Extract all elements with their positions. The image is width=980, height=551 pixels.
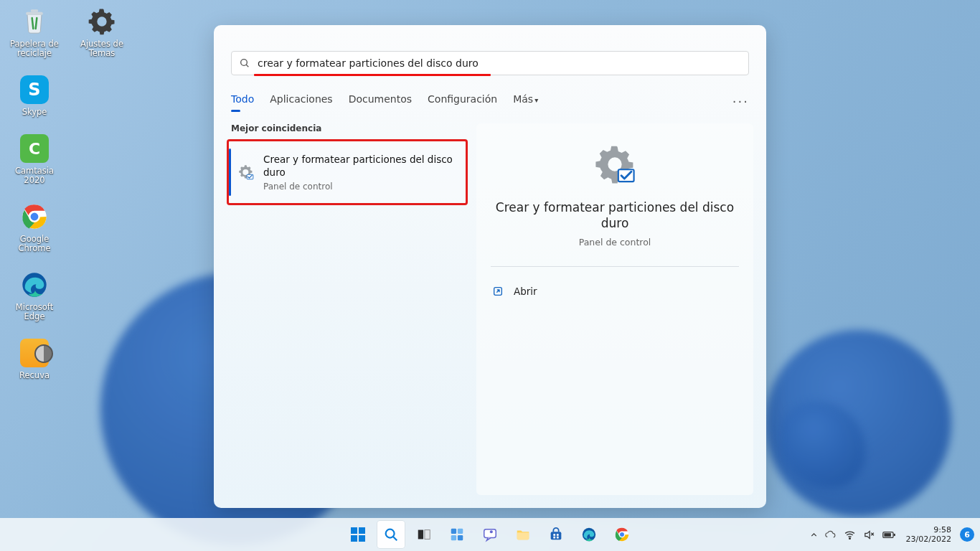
svg-rect-0 bbox=[26, 12, 42, 15]
svg-line-16 bbox=[393, 537, 397, 540]
tab-all[interactable]: Todo bbox=[231, 93, 254, 109]
svg-rect-22 bbox=[458, 535, 463, 540]
desktop-icon-chrome[interactable]: Google Chrome bbox=[4, 201, 65, 253]
open-icon bbox=[492, 286, 504, 297]
svg-rect-11 bbox=[351, 527, 357, 534]
desktop-icon-label: Papelera de reciclaje bbox=[4, 39, 65, 58]
svg-rect-29 bbox=[557, 534, 559, 536]
tray-chevron-icon[interactable] bbox=[809, 530, 819, 540]
preview-title: Crear y formatear particiones del disco … bbox=[491, 199, 739, 231]
chevron-down-icon: ▾ bbox=[534, 96, 538, 104]
disk-management-icon bbox=[594, 143, 636, 185]
search-input[interactable] bbox=[258, 57, 741, 69]
onedrive-icon[interactable] bbox=[824, 529, 837, 541]
search-flyout: Todo Aplicaciones Documentos Configuraci… bbox=[214, 25, 766, 508]
clock-time: 9:58 bbox=[933, 525, 951, 534]
action-open-label: Abrir bbox=[514, 286, 537, 297]
tab-settings[interactable]: Configuración bbox=[428, 93, 497, 109]
result-preview-pane: Crear y formatear particiones del disco … bbox=[476, 123, 753, 495]
chat-button[interactable] bbox=[476, 521, 504, 548]
action-open[interactable]: Abrir bbox=[491, 283, 739, 300]
search-tabs: Todo Aplicaciones Documentos Configuraci… bbox=[231, 93, 749, 109]
svg-rect-28 bbox=[553, 534, 555, 536]
svg-rect-18 bbox=[425, 530, 430, 540]
desktop-icon-recuva[interactable]: Recuva bbox=[4, 337, 65, 380]
skype-icon: S bbox=[19, 74, 50, 105]
edge-icon bbox=[19, 269, 50, 301]
svg-rect-14 bbox=[359, 535, 365, 542]
recuva-icon bbox=[19, 337, 50, 369]
taskbar-center-group bbox=[344, 521, 636, 548]
tab-apps[interactable]: Aplicaciones bbox=[270, 93, 332, 109]
preview-subtitle: Panel de control bbox=[579, 237, 651, 248]
taskbar-clock[interactable]: 9:58 23/02/2022 bbox=[906, 525, 951, 544]
annotation-underline bbox=[254, 74, 491, 76]
clock-date: 23/02/2022 bbox=[906, 534, 951, 544]
svg-line-7 bbox=[246, 65, 248, 67]
widgets-button[interactable] bbox=[443, 521, 471, 548]
desktop-icon-edge[interactable]: Microsoft Edge bbox=[4, 269, 65, 321]
svg-rect-27 bbox=[551, 532, 562, 540]
desktop-icon-label: Skype bbox=[22, 108, 47, 117]
svg-rect-19 bbox=[451, 529, 456, 534]
best-match-heading: Mejor coincidencia bbox=[231, 123, 468, 133]
search-icon bbox=[239, 57, 250, 69]
desktop-icon-camtasia[interactable]: C Camtasia 2020 bbox=[4, 133, 65, 185]
start-button[interactable] bbox=[344, 521, 372, 548]
svg-rect-23 bbox=[484, 529, 496, 538]
svg-rect-17 bbox=[418, 530, 423, 540]
svg-rect-1 bbox=[31, 9, 38, 11]
search-bar[interactable] bbox=[231, 51, 749, 75]
store-button[interactable] bbox=[542, 521, 570, 548]
wifi-icon[interactable] bbox=[844, 529, 856, 541]
desktop-icon-label: Microsoft Edge bbox=[4, 303, 65, 321]
desktop-icons-column: Papelera de reciclaje S Skype C Camtasia… bbox=[4, 6, 65, 380]
desktop-icon-label: Ajustes de Temas bbox=[72, 39, 132, 58]
search-button[interactable] bbox=[377, 521, 405, 548]
svg-rect-20 bbox=[458, 529, 463, 534]
overflow-menu-button[interactable]: ··· bbox=[732, 94, 749, 109]
result-subtitle: Panel de control bbox=[263, 182, 456, 192]
camtasia-icon: C bbox=[19, 133, 50, 164]
svg-rect-40 bbox=[893, 533, 895, 535]
svg-rect-26 bbox=[517, 532, 529, 540]
svg-rect-12 bbox=[359, 527, 365, 534]
svg-rect-30 bbox=[553, 537, 555, 539]
desktop-icon-theme-settings[interactable]: Ajustes de Temas bbox=[72, 6, 132, 58]
desktop-icon-theme-settings-wrap: Ajustes de Temas bbox=[72, 6, 132, 58]
task-view-button[interactable] bbox=[410, 521, 438, 548]
battery-icon[interactable] bbox=[882, 530, 896, 540]
edge-taskbar-button[interactable] bbox=[575, 521, 603, 548]
taskbar: 9:58 23/02/2022 6 bbox=[0, 518, 980, 551]
taskbar-right-group: 9:58 23/02/2022 6 bbox=[809, 525, 974, 544]
desktop-icon-label: Google Chrome bbox=[4, 235, 65, 253]
chrome-icon bbox=[19, 201, 50, 232]
tab-more-label: Más bbox=[513, 93, 533, 105]
svg-rect-21 bbox=[451, 535, 456, 540]
chrome-taskbar-button[interactable] bbox=[608, 521, 636, 548]
volume-icon[interactable] bbox=[863, 529, 875, 541]
svg-point-6 bbox=[241, 60, 248, 66]
result-title: Crear y formatear particiones del disco … bbox=[263, 153, 456, 179]
tab-documents[interactable]: Documentos bbox=[349, 93, 412, 109]
svg-rect-31 bbox=[557, 537, 559, 539]
notification-badge[interactable]: 6 bbox=[960, 527, 974, 542]
svg-rect-13 bbox=[351, 535, 357, 542]
file-explorer-button[interactable] bbox=[509, 521, 537, 548]
desktop-icon-label: Camtasia 2020 bbox=[4, 166, 65, 185]
tab-more[interactable]: Más▾ bbox=[513, 93, 538, 109]
svg-point-36 bbox=[849, 537, 850, 539]
desktop-icon-label: Recuva bbox=[19, 371, 50, 380]
gear-icon bbox=[86, 6, 118, 37]
desktop-icon-recycle-bin[interactable]: Papelera de reciclaje bbox=[4, 6, 65, 58]
disk-management-icon bbox=[236, 163, 255, 182]
svg-rect-41 bbox=[884, 533, 891, 537]
best-match-result[interactable]: Crear y formatear particiones del disco … bbox=[227, 139, 468, 205]
recycle-bin-icon bbox=[19, 6, 50, 37]
svg-point-24 bbox=[490, 530, 493, 533]
svg-point-15 bbox=[386, 529, 395, 538]
desktop-icon-skype[interactable]: S Skype bbox=[4, 74, 65, 117]
